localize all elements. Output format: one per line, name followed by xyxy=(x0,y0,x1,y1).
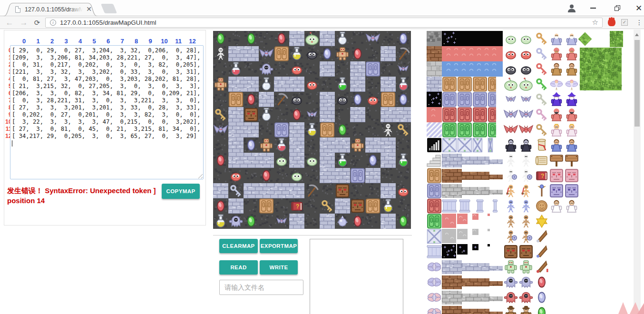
exportmap-button[interactable]: EXPORTMAP xyxy=(260,239,298,253)
browser-tab[interactable]: 127.0.0.1:1055/drawMa ✕ xyxy=(3,2,99,16)
matrix-col-header: 8 xyxy=(135,38,138,45)
matrix-col-header: 9 xyxy=(148,38,152,45)
tileset-canvas[interactable] xyxy=(427,31,624,314)
matrix-col-header: 1 xyxy=(36,38,39,45)
new-tab-button[interactable] xyxy=(101,4,117,13)
clearmap-button[interactable]: CLEARMAP xyxy=(219,239,258,253)
matrix-col-header: 2 xyxy=(50,38,54,45)
matrix-col-header: 3 xyxy=(64,38,68,45)
scroll-thumb[interactable] xyxy=(634,40,640,127)
bookmark-star-icon[interactable]: ☆ xyxy=(592,18,598,27)
tab-title-fade xyxy=(68,6,83,14)
checkbox-extension-icon[interactable]: ✓ xyxy=(621,19,628,26)
matrix-col-header: 0 xyxy=(22,38,26,45)
info-icon[interactable]: i xyxy=(50,20,56,26)
scroll-up-icon[interactable] xyxy=(635,33,639,36)
reload-icon[interactable]: ⟳ xyxy=(31,18,43,28)
close-button[interactable]: ✕ xyxy=(632,0,644,16)
matrix-col-header: 12 xyxy=(189,38,195,45)
matrix-col-header: 5 xyxy=(92,38,96,45)
forward-icon[interactable]: → xyxy=(18,18,29,28)
error-message: 发生错误！ SyntaxError: Unexpected token ] po… xyxy=(7,186,167,206)
copymap-button[interactable]: COPYMAP xyxy=(162,184,200,199)
back-icon[interactable]: ← xyxy=(4,18,15,28)
menu-dots-icon[interactable]: ⋮ xyxy=(636,17,643,28)
address-bar[interactable]: i 127.0.0.1:1055/drawMapGUI.html ☆ xyxy=(45,18,603,28)
text-caret xyxy=(12,140,12,147)
controls-divider xyxy=(213,235,412,236)
map-matrix-textarea[interactable] xyxy=(10,45,204,179)
adblock-extension-icon[interactable] xyxy=(607,18,616,27)
page-content: 0123456789101112 0123456789101112 发生错误！ … xyxy=(0,29,644,314)
read-button[interactable]: READ xyxy=(219,260,258,275)
write-button[interactable]: WRITE xyxy=(260,260,298,275)
browser-window: 127.0.0.1:1055/drawMa ✕ ✕ ← → ⟳ i 127.0.… xyxy=(0,0,644,314)
minimize-button[interactable] xyxy=(586,0,600,16)
output-box[interactable] xyxy=(310,239,403,314)
tab-favicon-page-icon xyxy=(15,6,20,13)
matrix-col-header: 10 xyxy=(161,38,167,45)
page-scrollbar[interactable] xyxy=(634,29,641,314)
filename-input[interactable] xyxy=(219,280,303,295)
watermark xyxy=(609,302,644,314)
map-canvas[interactable] xyxy=(213,31,411,229)
tab-close-icon[interactable]: ✕ xyxy=(85,5,93,14)
profile-icon[interactable] xyxy=(565,0,578,16)
url-text: 127.0.0.1:1055/drawMapGUI.html xyxy=(60,19,156,26)
matrix-editor-panel: 0123456789101112 0123456789101112 发生错误！ … xyxy=(4,30,206,226)
matrix-col-header: 7 xyxy=(120,38,124,45)
title-bar: 127.0.0.1:1055/drawMa ✕ ✕ xyxy=(0,0,644,17)
browser-toolbar: ← → ⟳ i 127.0.0.1:1055/drawMapGUI.html ☆… xyxy=(0,16,644,29)
matrix-col-header: 6 xyxy=(107,38,110,45)
matrix-col-header: 11 xyxy=(175,38,182,45)
matrix-col-header: 4 xyxy=(78,38,82,45)
restore-button[interactable] xyxy=(610,0,624,16)
